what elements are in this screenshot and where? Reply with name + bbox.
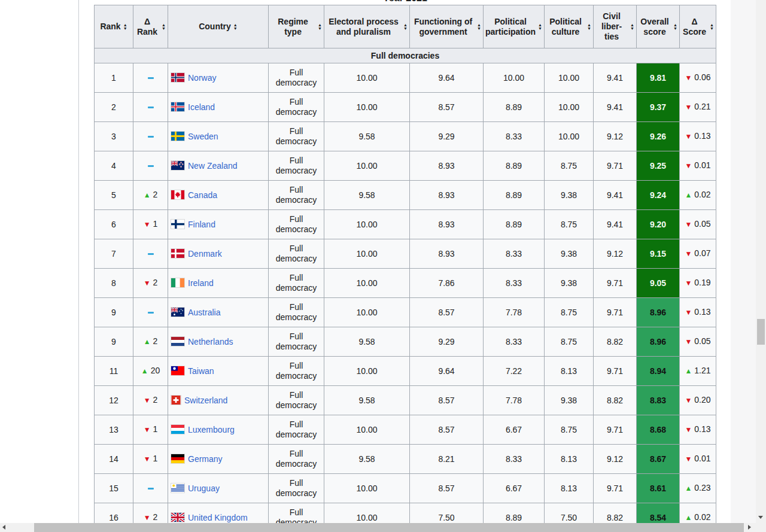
column-header-content: Political participation▲▼ [485,17,542,37]
scroll-down-arrow-icon[interactable] [758,516,763,519]
delta-score-value: 0.13 [694,424,710,434]
country-link[interactable]: Ireland [188,278,214,288]
vertical-scrollbar-thumb[interactable] [757,319,765,345]
country-cell: Canada [168,181,269,210]
culture-cell: 8.75 [545,327,594,357]
country-cell: Uruguay [168,474,269,503]
delta-score-cell: ▼0.06 [680,63,716,93]
delta-rank-cell: ▲2 [133,327,168,357]
regime-type-cell: Full democracy [269,415,324,445]
column-header-culture[interactable]: Political culture▲▼ [545,5,594,48]
column-label: Political culture [546,17,585,37]
table-row: 15UruguayFull democracy10.008.576.678.13… [95,474,716,503]
rank-up-icon: ▲ [141,367,148,375]
column-header-rank[interactable]: Rank▲▼ [95,5,133,48]
overall-score-cell: 8.67 [637,445,680,474]
delta-score-cell: ▼0.05 [680,327,716,357]
rank-cell: 14 [95,445,133,474]
score-down-icon: ▼ [685,220,692,229]
country-cell: Netherlands [168,327,269,357]
country-link[interactable]: Denmark [188,249,222,259]
score-down-icon: ▼ [685,132,692,141]
column-header-country[interactable]: Country▲▼ [168,5,269,48]
country-link[interactable]: Uruguay [188,484,220,493]
civil-liberties-cell: 8.82 [594,327,637,357]
country-link[interactable]: Luxembourg [188,425,235,434]
country-link[interactable]: Germany [188,454,223,464]
civil-liberties-cell: 9.41 [594,93,637,122]
column-header-content: Country▲▼ [170,22,266,32]
column-header-participation[interactable]: Political participation▲▼ [484,5,545,48]
country-link[interactable]: Australia [188,308,220,317]
scroll-left-arrow-icon[interactable] [2,525,5,530]
electoral-process-cell: 10.00 [324,93,410,122]
column-header-civil_liberties[interactable]: Civil liber-ties▲▼ [594,5,637,48]
country-link[interactable]: Netherlands [188,337,233,346]
regime-type-cell: Full democracy [269,386,324,415]
country-link[interactable]: Iceland [188,102,215,112]
country-cell: Finland [168,210,269,239]
column-label: Rank [100,22,120,32]
column-header-regime_type[interactable]: Regime type▲▼ [269,5,324,48]
overall-score-cell: 8.96 [637,298,680,327]
country-cell: Germany [168,445,269,474]
country-cell: Switzerland [168,386,269,415]
scroll-right-arrow-icon[interactable] [748,525,751,530]
steady-icon [148,136,154,138]
table-row: 14▼1GermanyFull democracy9.588.218.338.1… [95,445,716,474]
table-row: 13▼1LuxembourgFull democracy10.008.576.6… [95,415,716,445]
flag-icon-de [171,454,184,463]
score-up-icon: ▲ [685,191,692,199]
regime-type-cell: Full democracy [269,93,324,122]
electoral-process-cell: 9.58 [324,122,410,151]
table-caption-clipped: Year 2021 [94,0,716,5]
functioning-cell: 8.57 [410,474,484,503]
culture-cell: 8.13 [545,474,594,503]
participation-cell: 8.89 [484,151,545,181]
country-link[interactable]: Sweden [188,132,218,141]
civil-liberties-cell: 9.71 [594,357,637,386]
participation-cell: 8.89 [484,93,545,122]
participation-cell: 8.33 [484,239,545,269]
delta-rank-value: 2 [153,336,158,346]
vertical-scrollbar-track[interactable] [756,0,766,532]
country-link[interactable]: New Zealand [188,161,238,171]
column-header-overall_score[interactable]: Overall score▲▼ [637,5,680,48]
country-link[interactable]: Canada [188,190,217,200]
country-link[interactable]: Finland [188,220,215,229]
column-label: Δ Rank [135,17,159,37]
culture-cell: 8.75 [545,298,594,327]
column-header-electoral_process[interactable]: Electoral process and pluralism▲▼ [324,5,410,48]
country-cell: Iceland [168,93,269,122]
score-up-icon: ▲ [685,367,692,375]
rank-cell: 7 [95,239,133,269]
rank-down-icon: ▼ [144,513,151,522]
regime-type-cell: Full democracy [269,181,324,210]
column-header-content: Overall score▲▼ [639,17,677,37]
country-link[interactable]: Norway [188,73,216,83]
flag-icon-ch [171,396,181,405]
culture-cell: 10.00 [545,93,594,122]
column-header-functioning[interactable]: Functioning of government▲▼ [410,5,484,48]
functioning-cell: 9.64 [410,357,484,386]
country-link[interactable]: Taiwan [188,366,214,376]
column-header-delta_score[interactable]: Δ Score▲▼ [680,5,716,48]
flag-icon-se [171,132,184,141]
culture-cell: 8.75 [545,210,594,239]
section-label: Full democracies [95,48,716,63]
column-header-delta_rank[interactable]: Δ Rank▲▼ [133,5,168,48]
delta-rank-cell [133,239,168,269]
participation-cell: 8.33 [484,269,545,298]
rank-cell: 2 [95,93,133,122]
column-label: Civil liber-ties [595,11,628,42]
rank-cell: 9 [95,298,133,327]
column-header-content: Functioning of government▲▼ [412,17,481,37]
flag-icon-nl [171,337,184,346]
civil-liberties-cell: 9.41 [594,210,637,239]
country-link[interactable]: United Kingdom [188,513,248,522]
delta-rank-cell: ▼2 [133,386,168,415]
country-link[interactable]: Switzerland [184,396,227,405]
horizontal-scrollbar-thumb[interactable] [34,523,744,532]
functioning-cell: 8.57 [410,93,484,122]
electoral-process-cell: 10.00 [324,298,410,327]
